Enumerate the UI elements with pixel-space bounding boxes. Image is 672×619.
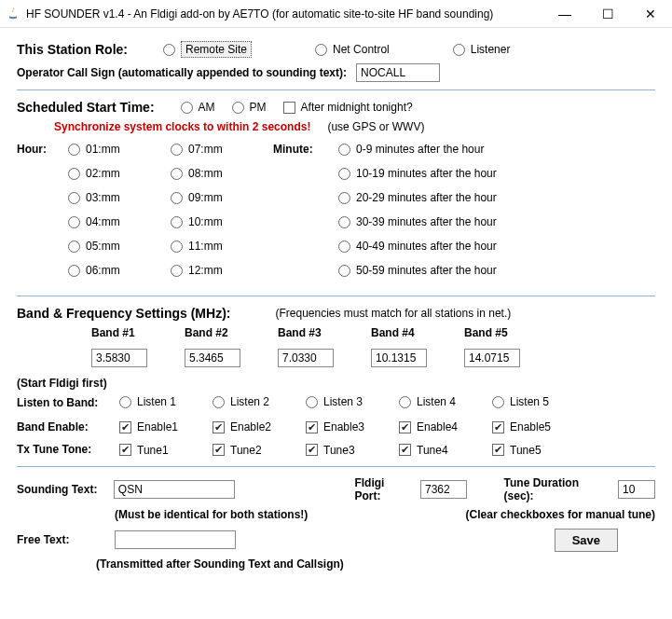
listen-5-radio[interactable]: Listen 5 bbox=[492, 395, 549, 408]
callsign-input[interactable] bbox=[356, 63, 440, 82]
enable-2-check[interactable]: Enable2 bbox=[213, 420, 271, 433]
listen-label: Listen to Band: bbox=[17, 396, 119, 409]
listen-2-radio[interactable]: Listen 2 bbox=[213, 395, 269, 408]
tune-3-check[interactable]: Tune3 bbox=[306, 444, 355, 457]
enable-4-check[interactable]: Enable4 bbox=[399, 420, 458, 433]
hour-4-radio[interactable]: 04:mm bbox=[68, 215, 154, 228]
save-button[interactable]: Save bbox=[555, 529, 618, 552]
band-note: (Frequencies must match for all stations… bbox=[275, 307, 511, 320]
band-header-1: Band #1 bbox=[91, 326, 185, 339]
band-freq-4-input[interactable] bbox=[371, 349, 427, 367]
hour-label: Hour: bbox=[17, 143, 47, 156]
after-midnight-check[interactable]: After midnight tonight? bbox=[283, 101, 413, 114]
hour-8-radio[interactable]: 08:mm bbox=[171, 167, 256, 180]
maximize-button[interactable]: ☐ bbox=[586, 0, 629, 27]
minute-1-radio[interactable]: 10-19 minutes after the hour bbox=[338, 167, 638, 180]
fldigi-port-label: Fldigi Port: bbox=[354, 476, 413, 502]
sounding-text-label: Sounding Text: bbox=[17, 483, 114, 496]
tune-duration-label: Tune Duration (sec): bbox=[504, 476, 611, 502]
band-freq-3-input[interactable] bbox=[278, 349, 334, 367]
window-title: HF SOUNDER v1.4 - An Fldigi add-on by AE… bbox=[26, 7, 543, 21]
hour-9-radio[interactable]: 09:mm bbox=[171, 191, 256, 204]
fldigi-port-input[interactable] bbox=[420, 480, 467, 499]
free-text-note: (Transmitted after Sounding Text and Cal… bbox=[96, 557, 344, 571]
sounding-note: (Must be identical for both stations!) bbox=[115, 508, 308, 521]
minimize-button[interactable]: — bbox=[543, 0, 586, 27]
schedule-label: Scheduled Start Time: bbox=[17, 100, 155, 115]
tune-2-check[interactable]: Tune2 bbox=[213, 444, 262, 457]
gps-note: (use GPS or WWV) bbox=[327, 120, 424, 133]
java-icon bbox=[6, 7, 21, 21]
hour-7-radio[interactable]: 07:mm bbox=[171, 143, 256, 156]
tune-5-check[interactable]: Tune5 bbox=[492, 444, 542, 457]
band-header-4: Band #4 bbox=[371, 326, 464, 339]
hour-2-radio[interactable]: 02:mm bbox=[68, 167, 154, 180]
listen-1-radio[interactable]: Listen 1 bbox=[119, 395, 176, 408]
tune-4-check[interactable]: Tune4 bbox=[399, 444, 448, 457]
start-fldigi-note: (Start Fldigi first) bbox=[17, 377, 107, 390]
band-header-5: Band #5 bbox=[464, 326, 557, 339]
close-button[interactable]: ✕ bbox=[629, 0, 672, 27]
minute-0-radio[interactable]: 0-9 minutes after the hour bbox=[338, 143, 638, 156]
am-radio[interactable]: AM bbox=[181, 101, 215, 114]
minute-5-radio[interactable]: 50-59 minutes after the hour bbox=[338, 264, 638, 277]
enable-5-check[interactable]: Enable5 bbox=[492, 420, 551, 433]
hour-3-radio[interactable]: 03:mm bbox=[68, 191, 154, 204]
pm-radio[interactable]: PM bbox=[232, 101, 267, 114]
clear-note: (Clear checkboxes for manual tune) bbox=[466, 508, 655, 521]
listen-4-radio[interactable]: Listen 4 bbox=[399, 395, 456, 408]
band-header-3: Band #3 bbox=[278, 326, 371, 339]
minute-4-radio[interactable]: 40-49 minutes after the hour bbox=[338, 240, 638, 253]
hour-5-radio[interactable]: 05:mm bbox=[68, 240, 154, 253]
hour-11-radio[interactable]: 11:mm bbox=[171, 240, 256, 253]
station-role-label: This Station Role: bbox=[17, 42, 128, 57]
free-text-input[interactable] bbox=[115, 530, 236, 549]
enable-1-check[interactable]: Enable1 bbox=[119, 420, 178, 433]
band-settings-label: Band & Frequency Settings (MHz): bbox=[17, 306, 230, 321]
role-listener-radio[interactable]: Listener bbox=[453, 43, 511, 56]
hour-1-radio[interactable]: 01:mm bbox=[68, 143, 154, 156]
minute-2-radio[interactable]: 20-29 minutes after the hour bbox=[338, 191, 638, 204]
tune-duration-input[interactable] bbox=[618, 480, 655, 499]
enable-3-check[interactable]: Enable3 bbox=[306, 420, 364, 433]
enable-label: Band Enable: bbox=[17, 420, 119, 433]
callsign-label: Operator Call Sign (automatically append… bbox=[17, 66, 347, 79]
minute-label: Minute: bbox=[273, 143, 313, 156]
band-header-2: Band #2 bbox=[185, 326, 278, 339]
tune-1-check[interactable]: Tune1 bbox=[119, 444, 169, 457]
sounding-text-input[interactable] bbox=[114, 480, 235, 499]
minute-3-radio[interactable]: 30-39 minutes after the hour bbox=[338, 215, 638, 228]
listen-3-radio[interactable]: Listen 3 bbox=[306, 395, 363, 408]
band-freq-2-input[interactable] bbox=[185, 349, 240, 367]
free-text-label: Free Text: bbox=[17, 533, 115, 546]
band-freq-5-input[interactable] bbox=[464, 349, 520, 367]
role-net-radio[interactable]: Net Control bbox=[315, 43, 390, 56]
sync-warning: Synchronize system clocks to within 2 se… bbox=[54, 120, 310, 133]
hour-12-radio[interactable]: 12:mm bbox=[171, 264, 256, 277]
hour-10-radio[interactable]: 10:mm bbox=[171, 215, 256, 228]
hour-6-radio[interactable]: 06:mm bbox=[68, 264, 154, 277]
tune-label: Tx Tune Tone: bbox=[17, 443, 119, 456]
band-freq-1-input[interactable] bbox=[91, 349, 147, 367]
role-remote-radio[interactable]: Remote Site bbox=[163, 41, 252, 58]
